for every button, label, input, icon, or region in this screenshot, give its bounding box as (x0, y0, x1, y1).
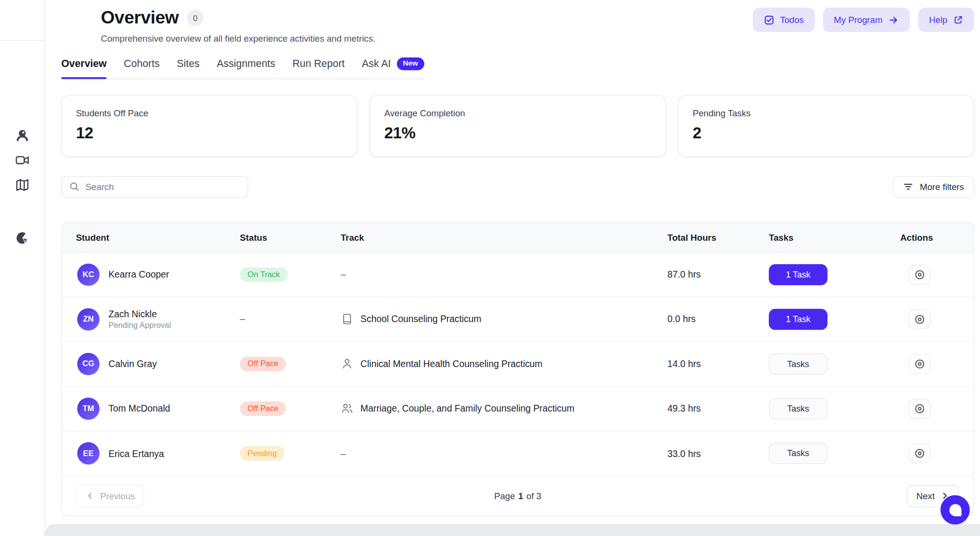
table-row: CGCalvin GrayOff Pace Clinical Mental He… (62, 342, 973, 386)
student-name: Erica Ertanya (109, 448, 164, 458)
tab-cohorts[interactable]: Cohorts (124, 57, 160, 78)
students-table: Student Status Track Total Hours Tasks A… (61, 222, 974, 516)
actions-cell (900, 444, 973, 463)
total-hours: 14.0 hrs (668, 358, 769, 368)
student-sub-label: Pending Approval (109, 321, 171, 330)
more-filters-label: More filters (920, 181, 964, 191)
tasks-button[interactable]: Tasks (769, 398, 828, 419)
book-icon (341, 313, 354, 325)
new-badge: New (397, 57, 424, 70)
help-label: Help (929, 15, 947, 25)
previous-label: Previous (100, 491, 135, 501)
view-student-button[interactable] (909, 265, 930, 284)
chat-launcher-button[interactable] (940, 495, 969, 525)
sidebar-map-icon[interactable] (12, 176, 32, 194)
table-row: ZNZach NicklePending Approval– School Co… (62, 297, 973, 342)
tab-assignments[interactable]: Assignments (217, 57, 275, 78)
avatar: ZN (77, 308, 100, 330)
student-name: Zach Nickle (109, 309, 171, 319)
track-cell: Marriage, Couple, and Family Counseling … (341, 402, 668, 415)
table-body: KCKearra CooperOn Track–87.0 hrs1 TaskZN… (62, 252, 973, 476)
stat-card-pending-tasks: Pending Tasks2 (678, 95, 974, 156)
tasks-button[interactable]: 1 Task (769, 264, 828, 285)
chevron-left-icon (86, 491, 95, 501)
sidebar-analytics-icon[interactable] (12, 229, 32, 247)
sidebar-logo-box[interactable] (0, 0, 44, 41)
tab-label: Sites (177, 58, 200, 69)
avatar: TM (77, 397, 100, 420)
status-cell: On Track (240, 267, 341, 282)
table-row: KCKearra CooperOn Track–87.0 hrs1 Task (62, 252, 973, 297)
view-student-button[interactable] (909, 399, 930, 418)
view-student-button[interactable] (909, 444, 930, 463)
status-cell: – (240, 313, 341, 325)
view-student-button[interactable] (909, 354, 930, 373)
total-hours: 87.0 hrs (668, 269, 769, 279)
tab-ask-ai[interactable]: Ask AINew (362, 57, 424, 78)
previous-page-button[interactable]: Previous (76, 485, 145, 507)
bottom-strip (45, 524, 980, 536)
more-filters-button[interactable]: More filters (892, 176, 974, 197)
todos-label: Todos (780, 15, 804, 25)
tab-bar: OverviewCohortsSitesAssignmentsRun Repor… (61, 57, 424, 79)
actions-cell (900, 265, 973, 284)
checkbox-icon (763, 14, 774, 25)
page-title: Overview (101, 8, 179, 28)
track-cell: Clinical Mental Health Counseling Practi… (341, 357, 668, 370)
total-hours: 33.0 hrs (668, 448, 769, 458)
tab-sites[interactable]: Sites (177, 57, 200, 78)
page-subtitle: Comprehensive overview of all field expe… (101, 33, 376, 43)
view-student-button[interactable] (909, 309, 930, 329)
tasks-cell: Tasks (769, 443, 901, 464)
header-actions: Todos My Program Help (753, 8, 974, 32)
stat-card-value: 21% (384, 123, 651, 142)
help-button[interactable]: Help (918, 8, 974, 32)
stat-card-value: 12 (76, 123, 343, 142)
tab-run-report[interactable]: Run Report (292, 57, 345, 78)
student-cell: CGCalvin Gray (62, 353, 240, 375)
avatar: KC (77, 263, 100, 286)
total-hours: 0.0 hrs (668, 314, 769, 324)
status-badge: On Track (240, 267, 288, 282)
column-header-status: Status (240, 232, 341, 242)
sidebar-presence-icon[interactable] (12, 126, 32, 144)
actions-cell (900, 309, 973, 329)
track-label: – (341, 448, 346, 458)
my-program-button[interactable]: My Program (823, 8, 910, 32)
student-name-block: Calvin Gray (109, 358, 157, 368)
status-badge: Off Pace (240, 401, 286, 416)
actions-cell (900, 399, 973, 418)
search-input[interactable] (86, 181, 241, 191)
search-box[interactable] (61, 176, 248, 197)
main-content: Overview 0 Comprehensive overview of all… (45, 0, 980, 536)
next-label: Next (916, 491, 935, 501)
student-name: Tom McDonald (109, 403, 170, 413)
tasks-cell: 1 Task (769, 264, 901, 285)
track-cell: – (341, 269, 668, 279)
sidebar-nav (0, 126, 44, 247)
actions-cell (900, 354, 973, 373)
student-cell: EEErica Ertanya (62, 442, 240, 465)
student-cell: TMTom McDonald (62, 397, 240, 420)
student-name-block: Zach NicklePending Approval (109, 309, 171, 330)
todos-button[interactable]: Todos (753, 8, 815, 32)
status-cell: Off Pace (240, 401, 341, 416)
page-logo-icon (61, 8, 90, 41)
app-logo-icon (9, 7, 35, 34)
tab-label: Assignments (217, 58, 275, 69)
tasks-cell: Tasks (769, 398, 901, 419)
page-header: Overview 0 Comprehensive overview of all… (61, 8, 974, 44)
tasks-button[interactable]: 1 Task (769, 309, 828, 330)
student-name-block: Kearra Cooper (109, 269, 169, 279)
tasks-button[interactable]: Tasks (769, 443, 828, 464)
stat-card-average-completion: Average Completion21% (369, 95, 666, 156)
eye-icon (914, 448, 925, 459)
status-badge: Pending (240, 446, 284, 461)
tasks-button[interactable]: Tasks (769, 353, 828, 374)
sidebar-video-icon[interactable] (12, 151, 32, 169)
tab-label: Cohorts (124, 58, 160, 69)
eye-icon (914, 403, 925, 414)
tab-overview[interactable]: Overview (61, 57, 107, 78)
column-header-total-hours: Total Hours (668, 232, 769, 242)
filter-icon (902, 181, 913, 192)
